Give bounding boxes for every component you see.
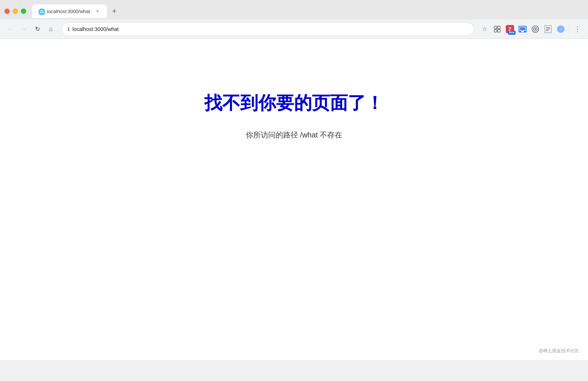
copilot-icon: ♪ <box>557 25 565 33</box>
bookmark-icon: ☆ <box>482 25 487 32</box>
doc-icon <box>545 25 551 33</box>
screen-extension-button[interactable] <box>517 23 529 35</box>
address-bar[interactable]: ℹ <box>61 22 474 36</box>
nav-actions: ☆ Z New <box>479 23 584 35</box>
svg-text:♪: ♪ <box>560 27 562 32</box>
new-badge: New <box>508 31 516 34</box>
maximize-window-button[interactable] <box>21 9 26 14</box>
lock-icon: ℹ <box>68 26 69 32</box>
close-window-button[interactable] <box>4 9 10 14</box>
tab-close-button[interactable]: × <box>94 8 101 15</box>
error-description: 你所访问的路径 /what 不存在 <box>246 130 343 140</box>
bookmark-button[interactable]: ☆ <box>479 23 490 35</box>
svg-rect-2 <box>494 30 497 32</box>
svg-rect-3 <box>498 30 500 32</box>
svg-point-10 <box>535 28 536 30</box>
minimize-window-button[interactable] <box>13 9 18 14</box>
forward-button[interactable]: → <box>18 23 30 35</box>
target-icon <box>532 25 539 33</box>
screen-icon <box>519 26 527 32</box>
home-button[interactable]: ⌂ <box>45 23 57 35</box>
address-input[interactable] <box>72 26 468 32</box>
doc-extension-button[interactable] <box>542 23 554 35</box>
browser-menu-button[interactable]: ⋮ <box>572 23 584 35</box>
browser-chrome: 🌐 localhost:3000/what × + ← → ↻ ⌂ ℹ ☆ <box>0 0 588 39</box>
tab-bar: 🌐 localhost:3000/what × + <box>32 4 584 18</box>
zulip-extension-button[interactable]: Z New <box>504 23 516 35</box>
back-button[interactable]: ← <box>4 23 16 35</box>
new-tab-button[interactable]: + <box>108 5 120 17</box>
traffic-lights <box>4 9 26 14</box>
tab-favicon-icon: 🌐 <box>38 8 44 14</box>
title-bar: 🌐 localhost:3000/what × + <box>0 0 588 19</box>
copilot-extension-button[interactable]: ♪ <box>555 23 567 35</box>
error-heading: 找不到你要的页面了！ <box>204 91 384 115</box>
page-footer: @稀土掘金技术社区 <box>539 348 579 354</box>
svg-rect-1 <box>498 26 500 29</box>
nav-bar: ← → ↻ ⌂ ℹ ☆ <box>0 19 588 39</box>
target-extension-button[interactable] <box>529 23 541 35</box>
svg-rect-0 <box>494 26 497 29</box>
grid-extension-button[interactable] <box>491 23 503 35</box>
tab-title: localhost:3000/what <box>47 9 91 14</box>
reload-button[interactable]: ↻ <box>31 23 43 35</box>
active-tab[interactable]: 🌐 localhost:3000/what × <box>32 4 107 18</box>
nav-divider <box>569 25 569 34</box>
page-content: 找不到你要的页面了！ 你所访问的路径 /what 不存在 @稀土掘金技术社区 <box>0 39 588 360</box>
grid-icon <box>494 26 501 32</box>
